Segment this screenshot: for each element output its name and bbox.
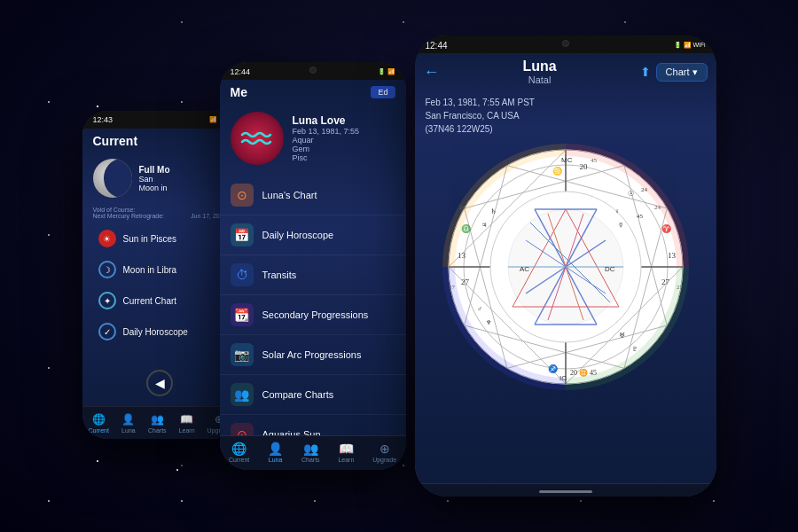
list-item[interactable]: ☀ Sun in Pisces [88,223,232,254]
edit-button[interactable]: Ed [371,86,395,98]
void-info: Void of Course: Next Mercury Retrograde:… [82,203,238,223]
book-icon: 📖 [339,442,354,456]
left-bottom-nav: 🌐 Current 👤 Luna 👥 Charts 📖 Learn [82,406,238,439]
left-status-bar: 12:43 📶 🔋 [82,111,238,129]
phone-left: 12:43 📶 🔋 Current Full Mo San [82,111,238,439]
list-item[interactable]: ☽ Moon in Libra [88,254,232,285]
mid-status-icons: 🔋 📶 [378,68,395,75]
mid-time: 12:44 [231,67,251,76]
back-button[interactable]: ◀ [146,370,173,396]
right-time: 12:44 [426,41,448,51]
secondary-progressions-icon: 📆 [231,303,254,326]
person-icon: 👤 [268,442,283,456]
list-item[interactable]: ✓ Daily Horoscope [88,317,232,347]
profile-sign3: Pisc [293,153,360,162]
left-time: 12:43 [93,115,113,124]
birth-location: San Francisco, CA USA [426,109,706,122]
left-menu: ☀ Sun in Pisces ☽ Moon in Libra ✦ Curren… [82,223,238,347]
phone-right: 12:44 🔋 📶 WiFi ← Luna Natal ⬆ [415,35,716,497]
bnav-charts[interactable]: 👥 Charts [301,442,320,463]
svg-text:♅: ♅ [619,332,625,340]
nav-item-luna[interactable]: 👤 Luna [121,412,136,434]
svg-text:♇: ♇ [632,346,638,353]
phone-right-screen: 12:44 🔋 📶 WiFi ← Luna Natal ⬆ [415,35,716,497]
chart-subtitle: Natal [447,74,633,85]
moon-sub: Moon in [139,184,170,192]
menu-item-label: Daily Horoscope [262,230,334,240]
aquarius-glyph [240,129,274,147]
svg-text:♄: ♄ [490,207,497,215]
home-indicator [539,490,592,493]
svg-text:♂: ♂ [477,305,482,313]
svg-text:☿: ☿ [619,222,622,229]
list-item[interactable]: 👥 Compare Charts [220,375,406,415]
birth-coords: (37N46 122W25) [426,122,706,136]
chart-icon: ✦ [98,292,116,309]
list-item[interactable]: 📆 Secondary Progressions [220,295,406,335]
mid-phone-bg: 12:44 🔋 📶 Me Ed [220,62,406,470]
bnav-learn[interactable]: 📖 Learn [338,442,354,463]
phone-left-screen: 12:43 📶 🔋 Current Full Mo San [82,111,238,439]
bnav-current[interactable]: 🌐 Current [229,442,249,463]
menu-item-label: Moon in Libra [123,265,177,275]
chart-button[interactable]: Chart ▾ [656,63,708,82]
birth-date: Feb 13, 1981, 7:55 AM PST [426,96,706,109]
nav-item-current[interactable]: 🌐 Current [89,412,109,434]
right-status-icons: 🔋 📶 WiFi [674,42,706,49]
bnav-luna[interactable]: 👤 Luna [268,442,283,463]
list-item[interactable]: ⊙ Luna's Chart [220,176,406,215]
svg-text:13: 13 [668,251,677,260]
aquarius-symbol [231,112,284,165]
list-item[interactable]: 📅 Daily Horoscope [220,215,406,255]
list-item[interactable]: 📷 Solar Arc Progressions [220,335,406,375]
left-phone-bg: 12:43 📶 🔋 Current Full Mo San [82,111,238,439]
svg-text:27: 27 [661,278,670,286]
svg-text:♀: ♀ [614,207,620,215]
svg-text:20: 20 [579,162,588,171]
profile-sign1: Aquar [293,136,360,145]
moon-section: Full Mo San Moon in [82,153,238,203]
horoscope-icon: ✓ [98,323,116,340]
right-title-block: Luna Natal [447,59,633,85]
bnav-upgrade[interactable]: ⊕ Upgrade [372,442,396,463]
list-item[interactable]: ⏱ Transits [220,255,406,295]
svg-text:27: 27 [461,278,470,286]
moon-phase: Full Mo [139,165,170,175]
moon-image [93,159,132,198]
phone-mid-screen: 12:44 🔋 📶 Me Ed [220,62,406,470]
phone-mid: 12:44 🔋 📶 Me Ed [220,62,406,470]
svg-text:☉: ☉ [628,190,634,198]
svg-text:45: 45 [637,213,644,220]
list-item[interactable]: ✦ Current Chart [88,286,232,316]
svg-text:AC: AC [520,265,529,273]
svg-text:DC: DC [605,265,615,273]
menu-item-label: Current Chart [123,296,177,306]
charts-icon: 👥 [303,442,318,456]
mid-header-title: Me [231,85,247,99]
menu-item-label: Secondary Progressions [262,309,369,320]
nav-item-learn[interactable]: 📖 Learn [179,412,195,434]
svg-text:♐: ♐ [547,364,558,374]
menu-item-label: Compare Charts [262,389,334,400]
menu-item-label: Daily Horoscope [123,327,188,337]
upgrade-icon: ⊕ [379,442,390,456]
profile-info: Luna Love Feb 13, 1981, 7:55 Aquar Gem P… [293,114,360,162]
book-icon: 📖 [180,412,194,426]
nav-item-charts[interactable]: 👥 Charts [148,412,167,434]
compare-charts-icon: 👥 [231,383,254,406]
chart-svg: ♋ 20 ♈ 13 27 ♐ 20 ♊ 45 [442,143,690,391]
profile-name: Luna Love [293,114,360,127]
daily-horoscope-icon: 📅 [231,223,254,246]
share-button[interactable]: ⬆ [640,65,651,79]
profile-section: Luna Love Feb 13, 1981, 7:55 Aquar Gem P… [220,105,406,176]
camera [309,66,317,74]
solar-arc-icon: 📷 [231,343,254,366]
transits-icon: ⏱ [231,263,254,286]
svg-text:IC: IC [559,374,567,382]
phones-container: 12:43 📶 🔋 Current Full Mo San [0,0,798,532]
menu-item-label: Luna's Chart [262,190,317,200]
charts-icon: 👥 [150,412,164,426]
back-icon[interactable]: ← [424,63,440,82]
globe-icon: 🌐 [91,412,106,426]
moon-icon: ☽ [98,261,116,278]
